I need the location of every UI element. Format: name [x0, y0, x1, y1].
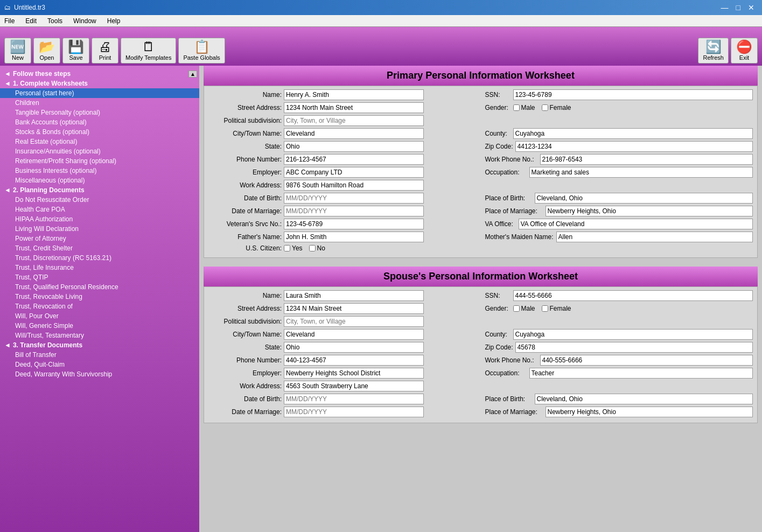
- gender-female-checkbox[interactable]: [542, 104, 548, 111]
- pob-col: Place of Birth:: [481, 193, 753, 204]
- spouse-employer-input[interactable]: [284, 368, 424, 379]
- county-label: County:: [481, 130, 513, 137]
- sidebar-item-bill-transfer[interactable]: Bill of Transfer: [0, 350, 199, 360]
- new-button[interactable]: 🆕 New: [4, 38, 31, 64]
- county-input[interactable]: [513, 128, 753, 139]
- refresh-button[interactable]: 🔄 Refresh: [698, 38, 729, 64]
- sidebar-item-will-testamentary[interactable]: Will/Trust, Testamentary: [0, 331, 199, 340]
- spouse-phone-input[interactable]: [284, 355, 424, 366]
- va-office-input[interactable]: [519, 219, 753, 229]
- sidebar-item-will-pour[interactable]: Will, Pour Over: [0, 311, 199, 321]
- sidebar-item-trust-discretionary[interactable]: Trust, Discretionary (RC 5163.21): [0, 253, 199, 263]
- pom-label: Place of Marriage:: [481, 207, 546, 215]
- minimize-button[interactable]: —: [718, 2, 732, 13]
- save-button[interactable]: 💾 Save: [62, 38, 89, 64]
- phone-input[interactable]: [284, 154, 424, 165]
- spouse-gender-male-checkbox[interactable]: [513, 305, 520, 312]
- sidebar-item-trust-qprt[interactable]: Trust, Qualified Personal Residence: [0, 282, 199, 292]
- sidebar-item-insurance[interactable]: Insurance/Annuities (optional): [0, 146, 199, 156]
- spouse-gender-col: Gender: Male Female: [481, 305, 753, 312]
- sidebar-item-personal[interactable]: Personal (start here): [0, 88, 199, 98]
- menu-edit[interactable]: Edit: [23, 17, 39, 25]
- content-area[interactable]: Primary Personal Information Worksheet N…: [199, 66, 762, 532]
- spouse-pom-input[interactable]: [546, 407, 753, 417]
- sidebar-item-trust-life[interactable]: Trust, Life Insurance: [0, 263, 199, 272]
- sidebar-item-deed-quitclaim[interactable]: Deed, Quit-Claim: [0, 360, 199, 369]
- political-input[interactable]: [284, 115, 424, 126]
- spouse-political-input[interactable]: [284, 316, 424, 327]
- state-input[interactable]: [284, 141, 424, 152]
- spouse-zip-input[interactable]: [515, 342, 753, 353]
- sidebar-item-dnr[interactable]: Do Not Resuscitate Order: [0, 195, 199, 205]
- spouse-pob-input[interactable]: [535, 394, 753, 404]
- street-input[interactable]: [284, 102, 424, 113]
- menu-file[interactable]: File: [2, 17, 17, 25]
- new-label: New: [12, 54, 24, 61]
- sidebar[interactable]: ◄ Follow these steps ▲ ◄ 1. Complete Wor…: [0, 66, 199, 532]
- spouse-county-input[interactable]: [513, 329, 753, 340]
- gender-col: Gender: Male Female: [481, 104, 753, 111]
- spouse-state-input[interactable]: [284, 342, 424, 353]
- spouse-ssn-input[interactable]: [513, 290, 753, 301]
- sidebar-item-living-will[interactable]: Living Will Declaration: [0, 224, 199, 234]
- sidebar-item-deed-warranty[interactable]: Deed, Warranty With Survivorship: [0, 369, 199, 379]
- sidebar-item-trust-qtip[interactable]: Trust, QTIP: [0, 272, 199, 282]
- sidebar-scroll-up[interactable]: ▲: [188, 71, 197, 78]
- city-input[interactable]: [284, 128, 424, 139]
- spouse-work-address-input[interactable]: [284, 381, 424, 391]
- exit-button[interactable]: ⛔ Exit: [731, 38, 758, 64]
- ssn-input[interactable]: [513, 89, 753, 100]
- sidebar-item-misc[interactable]: Miscellaneous (optional): [0, 176, 199, 185]
- occupation-input[interactable]: [529, 167, 753, 178]
- sidebar-item-tangible[interactable]: Tangible Personalty (optional): [0, 108, 199, 117]
- close-button[interactable]: ✕: [745, 2, 758, 13]
- dob-input[interactable]: [284, 193, 424, 204]
- print-button[interactable]: 🖨 Print: [92, 38, 118, 64]
- sidebar-item-bank[interactable]: Bank Accounts (optional): [0, 117, 199, 127]
- zip-input[interactable]: [515, 141, 753, 152]
- sidebar-item-children[interactable]: Children: [0, 98, 199, 108]
- section-1-label: 1. Complete Worksheets: [13, 80, 88, 87]
- sidebar-item-business[interactable]: Business Interests (optional): [0, 166, 199, 176]
- maximize-button[interactable]: □: [733, 2, 744, 13]
- sidebar-item-trust-revocable[interactable]: Trust, Revocable Living: [0, 292, 199, 302]
- veteran-input[interactable]: [284, 219, 424, 229]
- work-phone-input[interactable]: [540, 154, 753, 165]
- menu-tools[interactable]: Tools: [45, 17, 65, 25]
- spouse-gender-female-checkbox[interactable]: [542, 305, 548, 312]
- work-address-input[interactable]: [284, 180, 424, 191]
- spouse-political-label: Political subdivision:: [208, 318, 284, 325]
- mothers-input[interactable]: [556, 232, 753, 242]
- employer-input[interactable]: [284, 167, 424, 178]
- spouse-street-input[interactable]: [284, 303, 424, 314]
- spouse-work-phone-input[interactable]: [540, 355, 753, 366]
- citizen-yes-checkbox[interactable]: [284, 245, 290, 251]
- sidebar-item-poa[interactable]: Power of Attorney: [0, 234, 199, 243]
- paste-globals-button[interactable]: 📋 Paste Globals: [178, 38, 225, 64]
- spouse-dom-input[interactable]: [284, 407, 424, 417]
- pob-input[interactable]: [535, 193, 753, 204]
- sidebar-item-stocks[interactable]: Stocks & Bonds (optional): [0, 127, 199, 137]
- modify-templates-button[interactable]: 🗒 Modify Templates: [121, 38, 176, 64]
- fathers-input[interactable]: [284, 232, 424, 242]
- spouse-city-input[interactable]: [284, 329, 424, 340]
- sidebar-item-hcpoa[interactable]: Health Care POA: [0, 205, 199, 214]
- gender-label: Gender:: [481, 104, 513, 111]
- pom-input[interactable]: [546, 206, 753, 216]
- menu-window[interactable]: Window: [71, 17, 99, 25]
- sidebar-item-hipaa[interactable]: HIPAA Authorization: [0, 214, 199, 224]
- sidebar-item-retirement[interactable]: Retirement/Profit Sharing (optional): [0, 156, 199, 166]
- spouse-name-input[interactable]: [284, 290, 424, 301]
- spouse-dob-input[interactable]: [284, 394, 424, 404]
- dom-input[interactable]: [284, 206, 424, 216]
- sidebar-item-trust-revocation[interactable]: Trust, Revocation of: [0, 302, 199, 311]
- menu-help[interactable]: Help: [105, 17, 123, 25]
- spouse-occupation-input[interactable]: [529, 368, 753, 379]
- name-input[interactable]: [284, 89, 424, 100]
- sidebar-item-real-estate[interactable]: Real Estate (optional): [0, 137, 199, 146]
- citizen-no-checkbox[interactable]: [309, 245, 316, 251]
- sidebar-item-trust-credit[interactable]: Trust, Credit Shelter: [0, 243, 199, 253]
- open-button[interactable]: 📂 Open: [33, 38, 60, 64]
- sidebar-item-will-simple[interactable]: Will, Generic Simple: [0, 321, 199, 331]
- gender-male-checkbox[interactable]: [513, 104, 520, 111]
